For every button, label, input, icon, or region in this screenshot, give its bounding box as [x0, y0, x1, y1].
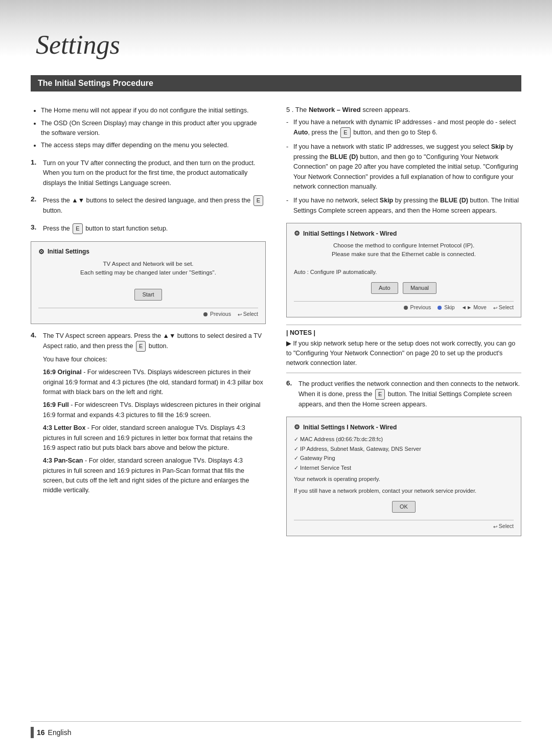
- step-5-btn-1: E: [340, 127, 350, 138]
- footer-lang: English: [48, 728, 72, 737]
- status-line2: If you still have a network problem, con…: [294, 487, 514, 495]
- main-content: The Home menu will not appear if you do …: [31, 106, 521, 543]
- notes-box: | NOTES | If you skip network setup here…: [286, 325, 521, 373]
- step-4-num: 4.: [31, 331, 40, 499]
- screen-1-nav-prev: Previous: [203, 311, 233, 317]
- section-header: The Initial Settings Procedure: [31, 75, 521, 91]
- step-6-num: 6.: [286, 379, 295, 410]
- step-3-text: Press the E button to start function set…: [43, 223, 168, 234]
- screen-2-manual-btn[interactable]: Manual: [403, 282, 436, 294]
- screen-network-check: ⚙ Initial Settings I Network - Wired MAC…: [286, 417, 521, 536]
- check-4: Internet Service Test: [294, 464, 514, 472]
- footer-page-num: 16: [37, 728, 45, 737]
- step-6-block: 6. The product verifies the network conn…: [286, 379, 521, 410]
- step-4-button: E: [136, 341, 146, 352]
- screen-1-body: TV Aspect and Network will be set. Each …: [38, 260, 258, 304]
- prev-dot: [203, 312, 208, 316]
- step-4-block: 4. The TV Aspect screen appears. Press t…: [31, 331, 266, 499]
- step-6-text: The product verifies the network connect…: [298, 379, 521, 410]
- footer-bar: [31, 727, 34, 738]
- screen-initial-settings: ⚙ Initial Settings TV Aspect and Network…: [31, 241, 266, 324]
- step-4-choice-1: 16:9 Original - For widescreen TVs. Disp…: [43, 368, 266, 397]
- step-5-bullet-3: If you have no network, select Skip by p…: [286, 196, 521, 216]
- step-5-bullets: If you have a network with dynamic IP ad…: [286, 118, 521, 216]
- check-3: Gateway Ping: [294, 454, 514, 463]
- gear-icon-2: ⚙: [294, 230, 300, 237]
- step-1-text: Turn on your TV after connecting the pro…: [43, 158, 266, 188]
- screen-2-title: Initial Settings I Network - Wired: [303, 230, 397, 237]
- step-4-choice-2: 16:9 Full - For widescreen TVs. Displays…: [43, 400, 266, 420]
- screen-2-auto-label: Auto : Configure IP automatically.: [294, 268, 514, 277]
- screen-2-title-bar: ⚙ Initial Settings I Network - Wired: [294, 230, 514, 237]
- page-container: Settings The Initial Settings Procedure …: [0, 0, 552, 756]
- screen-1-footer: Previous ↩ Select: [38, 308, 258, 317]
- screen-2-nav-move: ◄► Move: [462, 304, 488, 310]
- screen-2-body: Choose the method to configure Internet …: [294, 241, 514, 297]
- skip-dot: [438, 306, 442, 310]
- step-3-num: 3.: [31, 223, 40, 234]
- screen-network-wired: ⚙ Initial Settings I Network - Wired Cho…: [286, 223, 521, 317]
- step-2-text: Press the ▲▼ buttons to select the desir…: [43, 195, 266, 216]
- step-3-block: 3. Press the E button to start function …: [31, 223, 266, 234]
- screen-3-footer: ↩ Select: [294, 520, 514, 530]
- screen-3-title: Initial Settings I Network - Wired: [303, 424, 397, 431]
- gear-icon: ⚙: [38, 248, 44, 256]
- screen-2-nav-prev: Previous: [404, 304, 433, 310]
- step-2-block: 2. Press the ▲▼ buttons to select the de…: [31, 195, 266, 216]
- gear-icon-3: ⚙: [294, 423, 300, 431]
- step-2-num: 2.: [31, 195, 40, 216]
- check-2: IP Address, Subnet Mask, Gateway, DNS Se…: [294, 445, 514, 453]
- step-4-choice-3: 4:3 Letter Box - For older, standard scr…: [43, 423, 266, 453]
- screen-1-line1: TV Aspect and Network will be set.: [38, 260, 258, 268]
- screen-2-line2: Please make sure that the Ethernet cable…: [294, 250, 514, 259]
- step-5-header: 5 . The Network – Wired screen appears.: [286, 106, 521, 113]
- prev-dot-2: [404, 306, 408, 310]
- intro-bullet-1: The Home menu will not appear if you do …: [41, 106, 266, 116]
- screen-3-nav-select: ↩ Select: [493, 523, 514, 529]
- screen-1-line2: Each setting may be changed later under …: [38, 268, 258, 277]
- intro-bullets-list: The Home menu will not appear if you do …: [31, 106, 266, 150]
- page-footer: 16 English: [31, 721, 521, 738]
- status-line1: Your network is operating properly.: [294, 475, 514, 484]
- step-5-bullet-1: If you have a network with dynamic IP ad…: [286, 118, 521, 138]
- intro-bullet-2: The OSD (On Screen Display) may change i…: [41, 119, 266, 138]
- screen-2-footer: Previous Skip ◄► Move ↩ Select: [294, 301, 514, 311]
- step-1-block: 1. Turn on your TV after connecting the …: [31, 158, 266, 188]
- page-title: Settings: [36, 20, 521, 60]
- notes-content: If you skip network setup here or the se…: [286, 339, 521, 369]
- step-5-block: 5 . The Network – Wired screen appears. …: [286, 106, 521, 216]
- screen-1-title: Initial Settings: [48, 248, 89, 255]
- step-4-content: The TV Aspect screen appears. Press the …: [43, 331, 266, 499]
- check-1: MAC Address (d0:66:7b:dc:28:fc): [294, 435, 514, 444]
- left-column: The Home menu will not appear if you do …: [31, 106, 266, 543]
- notes-title: | NOTES |: [286, 329, 521, 336]
- screen-1-title-bar: ⚙ Initial Settings: [38, 248, 258, 256]
- step-3-button: E: [73, 223, 82, 234]
- step-6-button: E: [375, 389, 385, 400]
- notes-text: If you skip network setup here or the se…: [286, 339, 521, 369]
- right-column: 5 . The Network – Wired screen appears. …: [286, 106, 521, 543]
- screen-2-nav-skip: Skip: [438, 304, 456, 310]
- screen-2-line1: Choose the method to configure Internet …: [294, 241, 514, 250]
- screen-3-ok-btn[interactable]: OK: [392, 501, 416, 513]
- step-1-num: 1.: [31, 158, 40, 188]
- step-2-button: E: [254, 195, 263, 206]
- screen-3-title-bar: ⚙ Initial Settings I Network - Wired: [294, 423, 514, 431]
- screen-1-start-btn[interactable]: Start: [134, 289, 162, 301]
- intro-bullet-3: The access steps may differ depending on…: [41, 141, 266, 150]
- screen-1-nav-select: ↩ Select: [238, 311, 258, 317]
- step-5-bullet-2: If you have a network with static IP add…: [286, 142, 521, 192]
- step-4-choice-4: 4:3 Pan-Scan - For older, standard scree…: [43, 456, 266, 496]
- screen-3-body: MAC Address (d0:66:7b:dc:28:fc) IP Addre…: [294, 435, 514, 516]
- screen-2-auto-btn[interactable]: Auto: [371, 282, 398, 294]
- screen-2-nav-select: ↩ Select: [493, 304, 514, 310]
- step-4-choices-header: You have four choices:: [43, 355, 266, 364]
